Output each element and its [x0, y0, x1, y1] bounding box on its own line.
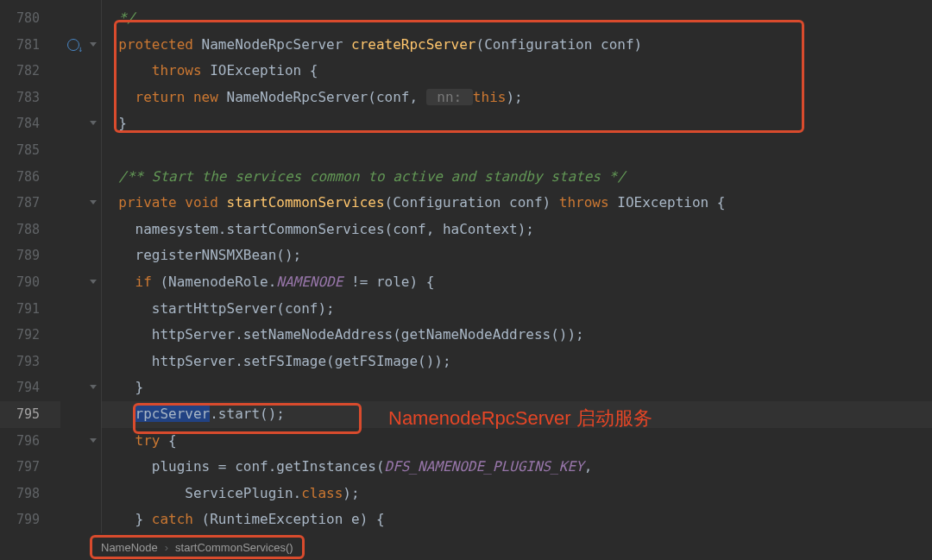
code-text: IOException { — [202, 62, 318, 79]
line-number: 791 — [0, 296, 60, 323]
code-text: startHttpServer(conf); — [102, 300, 335, 317]
fold-toggle-icon[interactable] — [86, 110, 101, 137]
code-text: startCommonServices — [227, 194, 385, 211]
code-area[interactable]: */ protected NameNodeRpcServer createRpc… — [102, 0, 932, 533]
code-text: this — [473, 89, 507, 105]
parameter-hint: nn: — [426, 89, 473, 105]
line-number: 792 — [0, 322, 60, 349]
code-text: throws — [102, 62, 202, 79]
line-number: 788 — [0, 217, 60, 243]
override-down-icon[interactable] — [60, 32, 86, 59]
line-number: 783 — [0, 85, 60, 111]
line-number: 797 — [0, 454, 60, 481]
fold-toggle-icon[interactable] — [86, 269, 101, 296]
line-number: 798 — [0, 481, 60, 507]
line-number: 784 — [0, 110, 60, 137]
code-text: protected — [102, 36, 193, 53]
code-text: { — [160, 432, 176, 449]
fold-toggle-icon[interactable] — [86, 428, 101, 455]
line-number: 796 — [0, 428, 60, 455]
gutter-icon-column — [60, 0, 86, 533]
selected-text: rpcServer — [135, 406, 211, 422]
code-text: NAMENODE — [276, 274, 343, 290]
code-text: (RuntimeException e) { — [193, 511, 385, 527]
code-text — [218, 194, 227, 211]
code-text — [102, 406, 135, 422]
code-text: return new — [102, 89, 218, 105]
code-text: plugins = conf.getInstances( — [102, 458, 385, 475]
breadcrumb[interactable]: NameNode › startCommonServices() — [90, 535, 305, 559]
line-number: 786 — [0, 164, 60, 191]
code-text: throws — [559, 194, 609, 211]
code-text: /** Start the services common to active … — [102, 168, 626, 185]
fold-toggle-icon[interactable] — [86, 32, 101, 59]
code-text: ServicePlugin. — [102, 485, 301, 501]
code-text: != role) { — [343, 274, 434, 290]
folding-column — [86, 0, 102, 533]
breadcrumb-item[interactable]: startCommonServices() — [175, 541, 293, 554]
code-text: registerNNSMXBean(); — [102, 247, 301, 263]
breadcrumb-item[interactable]: NameNode — [101, 541, 158, 554]
chevron-right-icon: › — [165, 541, 168, 554]
code-text: , — [584, 458, 593, 475]
code-text: class — [301, 485, 343, 501]
line-number: 787 — [0, 190, 60, 217]
fold-toggle-icon[interactable] — [86, 374, 101, 401]
code-text: ); — [343, 485, 359, 501]
code-text: IOException { — [609, 194, 726, 211]
code-text: httpServer.setNameNodeAddress(getNameNod… — [102, 326, 584, 343]
line-number: 793 — [0, 349, 60, 375]
annotation-text: NamenodeRpcServer 启动服务 — [388, 406, 652, 431]
code-text: (NamenodeRole. — [152, 274, 277, 290]
line-number: 780 — [0, 5, 60, 32]
line-number: 789 — [0, 242, 60, 269]
line-number-gutter: 780 781 782 783 784 785 786 787 788 789 … — [0, 0, 60, 533]
line-number: 790 — [0, 269, 60, 296]
code-text: if — [102, 274, 152, 290]
line-number: 799 — [0, 507, 60, 533]
code-text: catch — [152, 511, 193, 527]
line-number: 781 — [0, 32, 60, 59]
code-text: namesystem.startCommonServices(conf, haC… — [102, 221, 534, 237]
line-number: 795 — [0, 401, 60, 428]
code-text: ); — [506, 89, 522, 105]
code-text: private void — [102, 194, 218, 211]
code-text: } — [102, 511, 152, 527]
code-text: httpServer.setFSImage(getFSImage()); — [102, 353, 451, 369]
code-text: .start(); — [210, 406, 285, 422]
code-text: NameNodeRpcServer — [193, 36, 351, 53]
code-text: try — [102, 432, 160, 449]
line-number: 785 — [0, 137, 60, 164]
code-text: } — [102, 115, 127, 131]
code-text: DFS_NAMENODE_PLUGINS_KEY — [385, 458, 584, 475]
fold-toggle-icon[interactable] — [86, 190, 101, 217]
code-text: createRpcServer — [351, 36, 476, 53]
code-text: */ — [102, 9, 135, 26]
line-number: 794 — [0, 374, 60, 401]
code-text: (Configuration conf) — [385, 194, 559, 211]
line-number: 782 — [0, 58, 60, 85]
code-text: NameNodeRpcServer(conf, — [218, 89, 426, 105]
code-text: (Configuration conf) — [476, 36, 643, 53]
code-editor[interactable]: 780 781 782 783 784 785 786 787 788 789 … — [0, 0, 932, 533]
code-text: } — [102, 379, 143, 395]
